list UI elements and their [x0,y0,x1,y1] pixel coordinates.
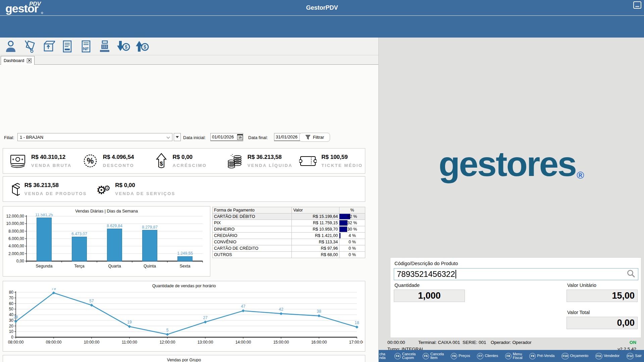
svg-text:6.000,00: 6.000,00 [8,236,24,241]
svg-text:4.000,00: 4.000,00 [8,244,24,248]
tab-dashboard[interactable]: Dashboard [1,56,35,65]
svg-text:42: 42 [279,307,283,312]
svg-text:$: $ [160,161,163,167]
fkey-label: Cancela Cupom [402,352,416,360]
svg-text:27: 27 [203,315,208,320]
table-row[interactable]: DINHEIROR$ 10.959,7030 % [213,226,365,233]
svg-text:60: 60 [9,301,14,306]
search-icon[interactable] [627,269,635,279]
gestores-brand-logo: gestores® [379,144,644,184]
kpi-venda-servicos: ⚙⚙ R$ 0,00VENDA DE SERVIÇOS [87,177,175,201]
kpi-label: ACRÉSCIMO [173,163,207,168]
nf-document-icon[interactable]: NF [78,39,93,54]
fkey-label: Vendedor [604,354,620,358]
kpi-acrescimo: $ R$ 0,00ACRÉSCIMO [148,148,220,173]
table-row[interactable]: OUTROSR$ 68,000 % [213,252,365,258]
filial-dropdown-button[interactable] [174,133,181,141]
filtrar-button[interactable]: Filtrar [299,133,330,142]
svg-text:11.581,25: 11.581,25 [35,214,53,217]
data-inicial-field[interactable]: 01/01/2026 15 [210,133,243,141]
svg-text:09:00:00: 09:00:00 [46,340,62,345]
tab-close-icon[interactable] [27,58,32,63]
svg-text:2.000,00: 2.000,00 [8,251,24,256]
text-cursor [455,270,456,279]
svg-text:50: 50 [9,307,14,311]
kpi-label: VENDA BRUTA [31,163,72,168]
valor-unitario-field[interactable]: 15,00 [567,290,638,302]
hand-truck-icon[interactable] [22,39,37,54]
kpi-venda-produtos: R$ 36.213,58VENDA DE PRODUTOS [3,177,87,201]
kpi-card-row1: R$ 40.310,12VENDA BRUTA % R$ 4.096,54DES… [3,148,365,174]
valor-total-field[interactable]: 0,00 [567,317,638,329]
quantidade-field[interactable]: 1,000 [394,290,465,302]
kpi-label: VENDA DE SERVIÇOS [115,191,175,196]
svg-text:14:00:00: 14:00:00 [235,340,251,345]
fkey-precos[interactable]: F6Preços [451,353,470,359]
product-search-input[interactable]: 7893521456322 [394,268,638,280]
fkey-vendedor[interactable]: F11Vendedor [595,353,620,359]
sale-panel: gestores® Venda em andamento... Código/D… [378,38,644,362]
svg-text:Quinta: Quinta [144,264,156,268]
pct-bar [339,220,347,226]
money-out-icon[interactable]: $ [135,39,150,54]
data-final-value: 31/01/2026 [276,134,298,139]
kpi-value: R$ 36.213,58 [248,154,293,161]
cash-register-icon[interactable] [97,39,112,54]
svg-text:10: 10 [9,329,14,334]
product-search-value: 7893521456322 [397,269,455,279]
arrow-up-dollar-icon: $ [155,153,168,169]
brand-text: gestores [439,144,576,183]
fkey-label: Menu Fiscal [513,352,523,360]
fkey-menu-fiscal[interactable]: F8Menu Fiscal [505,352,523,360]
fkey-label: Sair [635,354,642,358]
product-search-label: Código/Descrição do Produto [394,261,458,266]
fkey-orcamento[interactable]: F10Orçamento [561,353,588,359]
table-row[interactable]: PIXR$ 11.759,1532 % [213,220,365,226]
table-row[interactable]: CARTÃO DE DÉBITOR$ 15.199,6442 % [213,214,365,220]
svg-text:47: 47 [241,304,246,309]
calendar-icon[interactable]: 15 [237,134,243,140]
customer-icon[interactable] [3,39,18,54]
svg-text:10:00:00: 10:00:00 [84,340,100,345]
svg-text:0,00: 0,00 [16,259,24,263]
table-row[interactable]: CREDIÁRIOR$ 1.421,004 % [213,233,365,239]
payment-table-header: Forma de Pagamento Valor % [213,207,365,214]
valor-total-label: Valor Total [567,310,590,315]
pct-bar [339,227,347,232]
svg-text:11:00:00: 11:00:00 [122,340,137,345]
valor-unitario-label: Valor Unitário [567,283,596,288]
table-row[interactable]: CARTÃO DE CRÉDITOR$ 97,960 % [213,245,365,252]
kpi-venda-liquida: R$ 36.213,58VENDA LÍQUIDA [220,148,292,173]
caret-down-icon [176,136,179,138]
svg-text:10.000,00: 10.000,00 [6,221,24,226]
fkey-badge: F4 [394,353,401,359]
fkey-badge: F9 [529,353,536,359]
filial-value: 1 - BRAJAN [20,135,43,140]
function-key-partial[interactable]: cha nda [379,352,387,360]
svg-text:0: 0 [11,335,13,340]
kpi-value: R$ 36.213,58 [24,182,87,189]
svg-text:Quarta: Quarta [108,264,121,268]
receipt-icon[interactable] [60,39,74,54]
kpi-value: R$ 4.096,54 [103,154,134,161]
svg-text:80: 80 [9,290,14,295]
page-title: GestorPDV [0,4,644,11]
filial-select[interactable]: 1 - BRAJAN [17,133,172,141]
fkey-clientes[interactable]: F7Clientes [477,353,498,359]
fkey-sair[interactable]: F12Sair [627,353,642,359]
fkey-cancela-item[interactable]: F5Cancela Item [423,352,444,360]
minimize-button[interactable] [633,1,641,9]
percent-seal-icon: % [82,153,98,169]
fkey-cancela-cupom[interactable]: F4Cancela Cupom [394,352,416,360]
fkey-badge: F12 [627,353,634,359]
table-row[interactable]: CONVÊNIOR$ 113,340 % [213,239,365,245]
fkey-pre-venda[interactable]: F9Pré-Venda [529,353,554,359]
minimize-icon [635,6,639,7]
svg-text:Sexta: Sexta [180,264,191,268]
money-in-icon[interactable]: $ [116,39,131,54]
package-icon[interactable] [41,39,56,54]
svg-text:16:00:00: 16:00:00 [311,340,327,345]
fkey-badge: F11 [595,353,602,359]
kpi-label: TICKTE MÉDIO [321,163,363,168]
daily-sales-chart-card: Vendas Diárias | Dias da Semana 0,002.00… [3,206,210,277]
